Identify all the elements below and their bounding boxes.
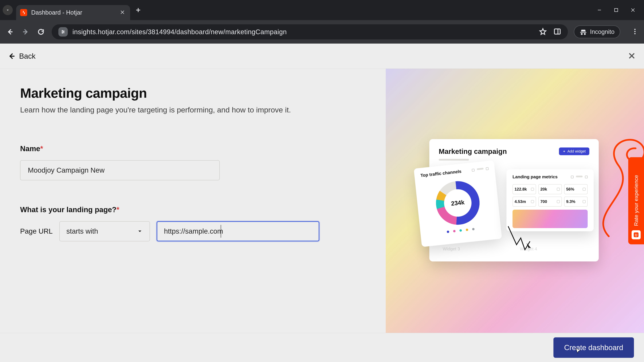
metric-cell: 700: [538, 197, 562, 207]
match-type-value: starts with: [66, 227, 98, 235]
preview-metrics-card: Landing page metrics 122.8k 20k 56% 4.53…: [506, 169, 594, 231]
metric-cell: 56%: [564, 184, 588, 194]
svg-point-5: [634, 29, 636, 30]
feedback-tab[interactable]: Rate your experience: [628, 157, 644, 244]
metric-cell: 122.8k: [512, 184, 536, 194]
svg-rect-4: [554, 29, 560, 34]
browser-toolbar: insights.hotjar.com/sites/3814994/dashbo…: [0, 20, 644, 43]
form-column: Marketing campaign Learn how the landing…: [0, 69, 386, 333]
metrics-card-title: Landing page metrics: [512, 174, 558, 179]
side-panel-icon[interactable]: [554, 28, 561, 36]
close-button[interactable]: [628, 52, 636, 61]
nav-forward-icon: [21, 27, 30, 36]
preview-cursor-scribble: [506, 225, 533, 251]
page-title: Marketing campaign: [20, 85, 366, 101]
preview-panel: Marketing campaign Add widget Widget 3 W…: [386, 69, 644, 333]
donut-legend: [426, 226, 495, 235]
nav-back-icon[interactable]: [5, 27, 15, 36]
svg-point-10: [636, 234, 637, 235]
tab-title: Dashboard - Hotjar: [31, 9, 82, 16]
footer: Create dashboard: [0, 333, 644, 362]
svg-rect-0: [615, 8, 618, 12]
text-caret: [221, 225, 221, 238]
add-widget-button[interactable]: Add widget: [559, 147, 589, 155]
chevron-down-icon: [137, 228, 143, 234]
landing-page-label: What is your landing page?*: [20, 205, 366, 214]
url-text: insights.hotjar.com/sites/3814994/dashbo…: [72, 28, 287, 36]
metric-cell: 4.53m: [512, 197, 536, 207]
nav-reload-icon[interactable]: [36, 27, 46, 36]
page-url-label: Page URL: [20, 227, 53, 235]
app-page: Back Marketing campaign Learn how the la…: [0, 43, 644, 362]
create-dashboard-label: Create dashboard: [564, 344, 623, 352]
incognito-indicator[interactable]: Incognito: [574, 25, 620, 38]
incognito-label: Incognito: [590, 28, 614, 35]
window-minimize-icon[interactable]: [591, 2, 608, 18]
page-subtitle: Learn how the landing page you're target…: [20, 106, 366, 114]
site-settings-icon[interactable]: [58, 27, 68, 36]
bookmark-star-icon[interactable]: [539, 28, 547, 36]
widget-placeholder: Widget 3: [443, 246, 460, 252]
browser-menu-icon[interactable]: [631, 28, 639, 36]
new-tab-button[interactable]: [132, 4, 144, 16]
window-close-icon[interactable]: [624, 2, 641, 18]
donut-center-value: 234k: [434, 179, 482, 227]
add-widget-label: Add widget: [567, 149, 586, 153]
smiley-icon: [632, 230, 641, 239]
name-input[interactable]: [20, 160, 220, 180]
create-dashboard-button[interactable]: Create dashboard: [554, 337, 634, 358]
preview-traffic-card: Top traffic channels 234k: [414, 160, 502, 247]
search-tabs-button[interactable]: [3, 5, 13, 15]
page-header: Back: [0, 43, 644, 69]
svg-point-7: [634, 33, 636, 34]
browser-tab[interactable]: Dashboard - Hotjar: [16, 5, 130, 20]
omnibox[interactable]: insights.hotjar.com/sites/3814994/dashbo…: [52, 24, 568, 39]
hotjar-favicon: [20, 9, 27, 16]
name-label: Name*: [20, 144, 366, 153]
match-type-select[interactable]: starts with: [59, 221, 150, 241]
mouse-cursor-icon: [575, 348, 581, 354]
metric-cell: 9.3%: [564, 197, 588, 207]
metric-cell: 20k: [538, 184, 562, 194]
svg-point-9: [635, 234, 636, 235]
back-button[interactable]: Back: [8, 52, 36, 60]
landing-url-input[interactable]: [157, 221, 319, 241]
traffic-card-title: Top traffic channels: [420, 169, 462, 178]
browser-tabstrip: Dashboard - Hotjar: [0, 0, 644, 20]
window-maximize-icon[interactable]: [608, 2, 624, 18]
feedback-label: Rate your experience: [633, 175, 639, 226]
back-label: Back: [19, 52, 36, 60]
tab-close-icon[interactable]: [120, 9, 125, 15]
svg-rect-8: [634, 232, 638, 237]
svg-point-6: [634, 31, 636, 32]
